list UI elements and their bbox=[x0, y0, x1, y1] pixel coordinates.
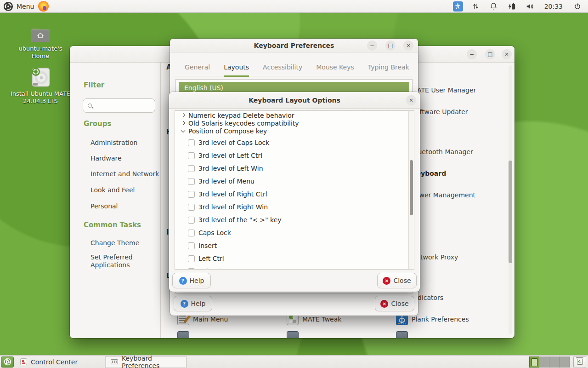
workspace-1[interactable] bbox=[529, 356, 539, 368]
option-label: Caps Lock bbox=[198, 229, 231, 236]
option-row[interactable]: Left Ctrl bbox=[188, 254, 224, 263]
option-label: 3rd level of Caps Lock bbox=[198, 139, 269, 146]
dialog-titlebar[interactable]: Keyboard Layout Options × bbox=[169, 92, 420, 109]
tree-row-label: Old Solaris keycodes compatibility bbox=[188, 120, 299, 127]
show-desktop-button[interactable] bbox=[1, 356, 14, 368]
cc-item-label: Bluetooth Manager bbox=[412, 148, 473, 155]
help-button[interactable]: ? Help bbox=[174, 296, 212, 311]
clock[interactable]: 20:33 bbox=[543, 3, 565, 10]
desktop: ubuntu-mate's Home Install Ubuntu MATE 2… bbox=[0, 0, 588, 368]
taskbar-item-keyboard-preferences[interactable]: Keyboard Preferences bbox=[106, 356, 187, 368]
option-row[interactable]: Insert bbox=[188, 242, 217, 250]
minimize-button[interactable]: − bbox=[467, 49, 477, 59]
checkbox[interactable] bbox=[188, 191, 195, 198]
checkbox[interactable] bbox=[188, 139, 195, 146]
tab-typing-break[interactable]: Typing Break bbox=[368, 59, 409, 76]
taskbar-item-control-center[interactable]: Control Center bbox=[16, 356, 106, 368]
checkbox[interactable] bbox=[188, 255, 195, 262]
option-row[interactable]: 3rd level of Left Win bbox=[188, 164, 263, 172]
groups-heading: Groups bbox=[84, 120, 111, 128]
tab-mouse-keys[interactable]: Mouse Keys bbox=[316, 59, 354, 76]
accessibility-icon[interactable] bbox=[453, 1, 463, 12]
tab-layouts[interactable]: Layouts bbox=[224, 59, 249, 77]
option-label: Left Ctrl bbox=[198, 255, 224, 262]
help-button[interactable]: ? Help bbox=[172, 273, 211, 288]
desktop-icon-home[interactable]: ubuntu-mate's Home bbox=[15, 25, 66, 60]
checkbox[interactable] bbox=[188, 268, 195, 270]
help-button-label: Help bbox=[191, 300, 206, 307]
close-button[interactable]: × bbox=[502, 49, 512, 59]
checkbox[interactable] bbox=[188, 165, 195, 172]
volume-icon[interactable] bbox=[525, 1, 535, 12]
trash-icon bbox=[577, 359, 583, 365]
cc-item-label: Main Menu bbox=[193, 316, 228, 323]
option-row[interactable]: 3rd level of Right Win bbox=[188, 203, 268, 211]
close-button[interactable]: × Close bbox=[375, 296, 414, 311]
option-label: 3rd level of Left Win bbox=[198, 165, 263, 172]
close-button-label: Close bbox=[391, 300, 408, 307]
desktop-icon-label: Install Ubuntu MATE 24.04.3 LTS bbox=[6, 90, 75, 105]
clipped-item-icon[interactable] bbox=[177, 331, 189, 338]
layout-options-list: Numeric keypad Delete behavior Old Solar… bbox=[175, 110, 414, 270]
sidebar-item-internet[interactable]: Internet and Network bbox=[90, 170, 159, 178]
sidebar-item-hardware[interactable]: Hardware bbox=[90, 155, 159, 162]
clipped-item-icon[interactable] bbox=[287, 331, 299, 338]
tree-row-numeric-keypad[interactable]: Numeric keypad Delete behavior bbox=[181, 111, 294, 119]
filter-search[interactable] bbox=[83, 98, 155, 113]
workspace-4[interactable] bbox=[560, 356, 570, 368]
minimize-button[interactable]: − bbox=[367, 40, 377, 51]
dialog-title: Keyboard Layout Options bbox=[249, 97, 340, 104]
cc-item-label: Software Updater bbox=[412, 108, 468, 115]
option-row[interactable]: 3rd level of Menu bbox=[188, 177, 254, 185]
tab-general[interactable]: General bbox=[185, 59, 210, 76]
sidebar-item-personal[interactable]: Personal bbox=[90, 202, 159, 210]
workspace-3[interactable] bbox=[549, 356, 560, 368]
clipped-item-icon[interactable] bbox=[396, 331, 408, 338]
chevron-right-icon bbox=[181, 113, 186, 118]
tree-row-compose-key[interactable]: Position of Compose key bbox=[181, 127, 267, 135]
tab-accessibility[interactable]: Accessibility bbox=[263, 59, 302, 76]
taskbar-item-label: Control Center bbox=[31, 358, 78, 366]
control-center-sidebar: Filter Groups Administration Hardware In… bbox=[70, 63, 161, 338]
dialog-scrollbar-thumb[interactable] bbox=[410, 160, 413, 215]
notifications-icon[interactable] bbox=[489, 1, 499, 12]
option-row[interactable]: 3rd level of Right Ctrl bbox=[188, 190, 267, 198]
option-row[interactable]: 3rd level of the "< >" key bbox=[188, 216, 282, 224]
close-button[interactable]: × bbox=[403, 40, 413, 51]
install-disk-icon bbox=[6, 66, 75, 88]
search-input[interactable] bbox=[96, 102, 151, 109]
mate-menu-button[interactable]: Menu bbox=[3, 1, 34, 12]
sidebar-item-administration[interactable]: Administration bbox=[90, 139, 159, 147]
recycle-icon bbox=[578, 360, 582, 363]
checkbox[interactable] bbox=[188, 178, 195, 185]
network-activity-icon[interactable] bbox=[471, 1, 481, 12]
maximize-button[interactable]: □ bbox=[485, 49, 495, 59]
keyboard-preferences-titlebar[interactable]: Keyboard Preferences − □ × bbox=[170, 39, 418, 52]
battery-icon[interactable] bbox=[507, 1, 517, 12]
checkbox[interactable] bbox=[188, 230, 195, 236]
checkbox[interactable] bbox=[188, 204, 195, 211]
checkbox[interactable] bbox=[188, 242, 195, 249]
tree-row-old-solaris[interactable]: Old Solaris keycodes compatibility bbox=[181, 119, 299, 127]
option-row[interactable]: 3rd level of Caps Lock bbox=[188, 138, 269, 147]
option-row[interactable]: 3rd level of Left Ctrl bbox=[188, 151, 262, 160]
trash-applet-button[interactable] bbox=[573, 356, 586, 368]
close-button[interactable]: × bbox=[406, 95, 416, 105]
option-row[interactable]: Left Win bbox=[188, 267, 225, 270]
cc-scrollbar[interactable] bbox=[509, 65, 512, 334]
dialog-scrollbar[interactable] bbox=[408, 111, 414, 269]
close-button[interactable]: × Close bbox=[377, 273, 417, 288]
firefox-icon[interactable] bbox=[38, 1, 49, 12]
sidebar-item-change-theme[interactable]: Change Theme bbox=[90, 239, 159, 247]
workspace-2[interactable] bbox=[539, 356, 549, 368]
sidebar-item-look-and-feel[interactable]: Look and Feel bbox=[90, 186, 159, 194]
checkbox[interactable] bbox=[188, 152, 195, 159]
checkbox[interactable] bbox=[188, 217, 195, 224]
desktop-icon-install[interactable]: Install Ubuntu MATE 24.04.3 LTS bbox=[6, 66, 75, 105]
tab-bar: General Layouts Accessibility Mouse Keys… bbox=[175, 59, 413, 76]
sidebar-item-set-preferred-apps[interactable]: Set Preferred Applications bbox=[90, 253, 159, 269]
power-icon[interactable] bbox=[572, 1, 582, 12]
option-row[interactable]: Caps Lock bbox=[188, 229, 231, 237]
cc-scrollbar-thumb[interactable] bbox=[509, 161, 512, 263]
maximize-button[interactable]: □ bbox=[385, 40, 396, 51]
